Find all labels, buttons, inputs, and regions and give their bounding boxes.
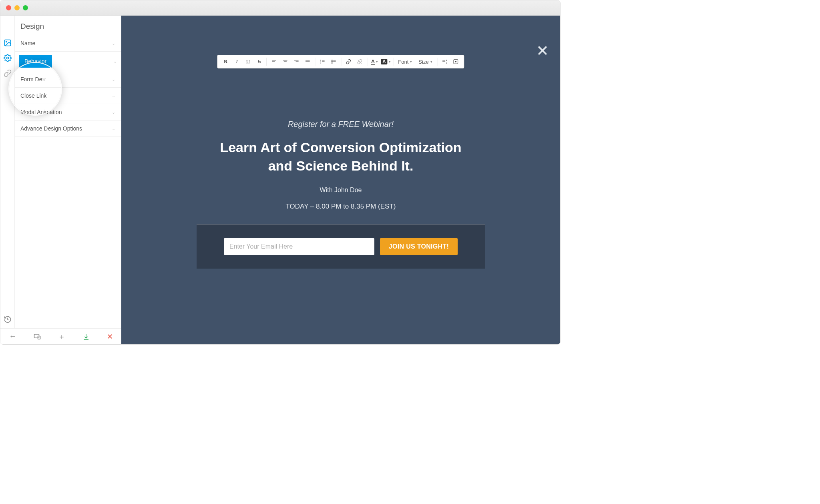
- sidebar-item-behavior[interactable]: Behavior ⌄: [15, 51, 121, 71]
- sidebar-item-modal-animation[interactable]: Modal Animation ⌄: [15, 104, 121, 120]
- ordered-list-button[interactable]: 123: [317, 56, 328, 67]
- devices-icon[interactable]: [34, 333, 41, 340]
- italic-button[interactable]: I: [231, 56, 242, 67]
- align-justify-button[interactable]: [302, 56, 313, 67]
- chevron-down-icon: ⌄: [113, 59, 117, 64]
- window-minimize-icon[interactable]: [14, 5, 20, 10]
- sidebar-item-close-link[interactable]: Close Link ⌄: [15, 87, 121, 104]
- schedule-line[interactable]: TODAY – 8.00 PM to 8.35 PM (EST): [197, 203, 485, 211]
- window-zoom-icon[interactable]: [23, 5, 28, 10]
- sidebar-item-label: Modal Animation: [20, 109, 62, 115]
- align-left-button[interactable]: [268, 56, 279, 67]
- sidebar-title: Design: [15, 16, 121, 35]
- rich-text-toolbar: B I U Ix 123 A A Font▾ Size▾: [217, 55, 464, 68]
- truncated-text: er: [41, 77, 46, 82]
- chevron-down-icon: ⌄: [112, 93, 115, 98]
- download-icon[interactable]: [82, 333, 90, 340]
- app-window: Design Name ⌄ Behavior ⌄ Form Deer ⌄ Clo…: [0, 0, 561, 345]
- email-input[interactable]: [224, 238, 374, 255]
- link-button[interactable]: [343, 56, 354, 67]
- svg-point-36: [455, 61, 457, 62]
- line-height-button[interactable]: [439, 56, 450, 67]
- unlink-button[interactable]: [354, 56, 365, 67]
- back-icon[interactable]: ←: [9, 332, 16, 341]
- image-icon[interactable]: [4, 39, 12, 47]
- separator: [341, 58, 341, 66]
- underline-button[interactable]: U: [242, 56, 253, 67]
- sidebar-item-label: Behavior: [19, 55, 52, 68]
- align-center-button[interactable]: [279, 56, 291, 67]
- link-icon[interactable]: [4, 69, 12, 77]
- svg-point-26: [332, 61, 332, 62]
- plus-icon[interactable]: ＋: [58, 332, 65, 341]
- separator: [393, 58, 393, 66]
- sidebar-item-advance-design[interactable]: Advance Design Options ⌄: [15, 120, 121, 137]
- insert-button[interactable]: [450, 56, 462, 67]
- app-body: Design Name ⌄ Behavior ⌄ Form Deer ⌄ Clo…: [0, 16, 560, 344]
- close-icon[interactable]: ✕: [107, 332, 113, 341]
- sidebar-item-label: Advance Design Options: [20, 125, 82, 132]
- bold-button[interactable]: B: [220, 56, 231, 67]
- svg-point-1: [6, 41, 6, 42]
- chevron-down-icon: ⌄: [112, 77, 115, 82]
- cta-button[interactable]: JOIN US TONIGHT!: [380, 238, 458, 255]
- chevron-down-icon: ⌄: [112, 110, 115, 115]
- sidebar-item-name[interactable]: Name ⌄: [15, 35, 121, 51]
- bottom-toolbar: ← ＋ ✕: [0, 328, 121, 344]
- sidebar-item-label: Close Link: [20, 92, 46, 99]
- separator: [266, 58, 267, 66]
- presenter-line[interactable]: With John Doe: [197, 187, 485, 194]
- design-sidebar: Design Name ⌄ Behavior ⌄ Form Deer ⌄ Clo…: [15, 16, 121, 344]
- pre-headline[interactable]: Register for a FREE Webinar!: [197, 120, 485, 129]
- clear-format-button[interactable]: Ix: [253, 56, 265, 67]
- window-titlebar: [0, 0, 560, 16]
- signup-form: JOIN US TONIGHT!: [197, 224, 485, 269]
- sidebar-item-label: Form De: [20, 76, 42, 82]
- svg-point-25: [332, 60, 332, 61]
- headline-line2: and Science Behind It.: [268, 158, 414, 173]
- gear-icon[interactable]: [4, 54, 12, 62]
- text-color-button[interactable]: A: [369, 56, 380, 67]
- sidebar-item-label: Name: [20, 40, 35, 46]
- svg-point-2: [6, 57, 8, 59]
- font-select[interactable]: Font▾: [395, 59, 415, 65]
- window-close-icon[interactable]: [6, 5, 11, 10]
- left-rail: [0, 16, 15, 344]
- history-icon[interactable]: [4, 315, 12, 323]
- chevron-down-icon: ⌄: [112, 41, 115, 46]
- bg-color-button[interactable]: A: [380, 56, 391, 67]
- size-select-label: Size: [418, 59, 428, 65]
- sidebar-item-form-designer[interactable]: Form Deer ⌄: [15, 71, 121, 87]
- separator: [437, 58, 438, 66]
- headline-line1: Learn Art of Conversion Optimization: [220, 140, 461, 155]
- separator: [315, 58, 315, 66]
- modal-content: Register for a FREE Webinar! Learn Art o…: [197, 120, 485, 269]
- separator: [367, 58, 367, 66]
- preview-canvas: ✕ B I U Ix 123 A A: [121, 16, 560, 344]
- align-right-button[interactable]: [291, 56, 302, 67]
- headline[interactable]: Learn Art of Conversion Optimization and…: [197, 139, 485, 175]
- size-select[interactable]: Size▾: [415, 59, 435, 65]
- modal-close-icon[interactable]: ✕: [536, 42, 549, 60]
- svg-point-27: [332, 63, 332, 64]
- svg-text:3: 3: [320, 62, 321, 64]
- chevron-down-icon: ⌄: [112, 126, 115, 131]
- font-select-label: Font: [398, 59, 408, 65]
- unordered-list-button[interactable]: [328, 56, 339, 67]
